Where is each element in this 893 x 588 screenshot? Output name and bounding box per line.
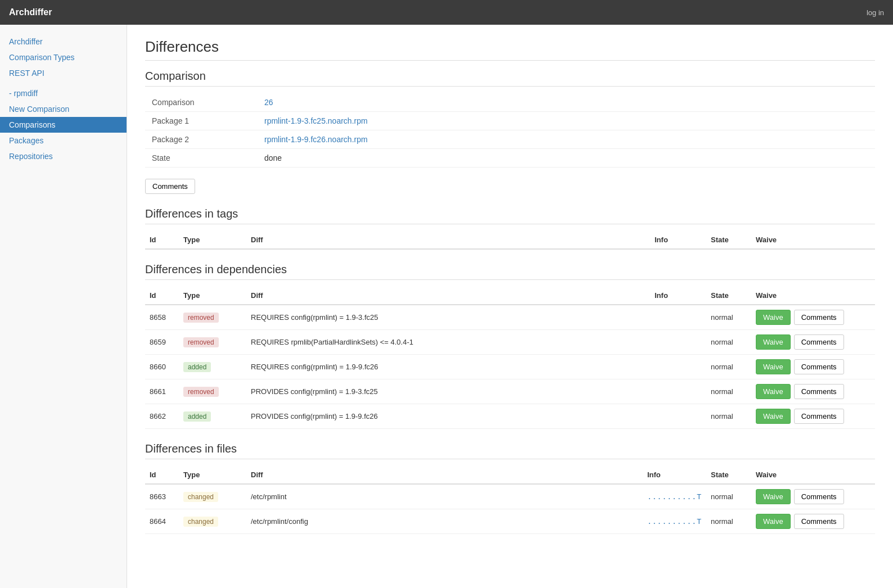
- row-waive: WaiveComments: [751, 484, 875, 509]
- row-waive: WaiveComments: [751, 355, 875, 379]
- table-row: 8663changed/etc/rpmlint..........Tnormal…: [145, 484, 875, 509]
- comparison-info-value: 26: [258, 93, 875, 112]
- table-row: 8662addedPROVIDES config(rpmlint) = 1.9-…: [145, 404, 875, 429]
- row-diff: PROVIDES config(rpmlint) = 1.9-3.fc25: [246, 379, 650, 404]
- row-info: [650, 379, 706, 404]
- tags-col-diff: Diff: [246, 231, 650, 249]
- sidebar-item-packages[interactable]: Packages: [0, 133, 127, 148]
- info-link[interactable]: ..........T: [647, 517, 702, 526]
- row-state: normal: [706, 305, 751, 330]
- tags-col-info: Info: [650, 231, 706, 249]
- row-info: [650, 355, 706, 379]
- comparison-info-row: Package 2rpmlint-1.9-9.fc26.noarch.rpm: [145, 130, 875, 149]
- row-type: changed: [179, 484, 246, 509]
- app-title: Archdiffer: [9, 7, 52, 17]
- files-col-diff: Diff: [246, 466, 643, 484]
- comments-button[interactable]: Comments: [794, 514, 844, 529]
- waive-button[interactable]: Waive: [756, 514, 791, 529]
- comments-button[interactable]: Comments: [794, 310, 844, 325]
- row-info: ..........T: [643, 509, 706, 534]
- table-row: 8658removedREQUIRES config(rpmlint) = 1.…: [145, 305, 875, 330]
- page-title: Differences: [145, 38, 875, 61]
- tags-col-type: Type: [179, 231, 246, 249]
- comparison-info-label: Comparison: [145, 93, 258, 112]
- row-id: 8660: [145, 355, 179, 379]
- type-badge: added: [183, 411, 211, 422]
- sidebar-section-rpmdiff: - rpmdiff: [0, 85, 127, 101]
- waive-button[interactable]: Waive: [756, 334, 791, 350]
- tags-col-id: Id: [145, 231, 179, 249]
- row-type: changed: [179, 509, 246, 534]
- row-diff: PROVIDES config(rpmlint) = 1.9-9.fc26: [246, 404, 650, 429]
- deps-section-title: Differences in dependencies: [145, 263, 875, 280]
- info-link[interactable]: ..........T: [647, 492, 702, 501]
- files-section-title: Differences in files: [145, 442, 875, 459]
- table-row: 8664changed/etc/rpmlint/config..........…: [145, 509, 875, 534]
- deps-col-type: Type: [179, 287, 246, 305]
- row-state: normal: [706, 355, 751, 379]
- table-row: 8659removedREQUIRES rpmlib(PartialHardli…: [145, 330, 875, 355]
- table-row: 8661removedPROVIDES config(rpmlint) = 1.…: [145, 379, 875, 404]
- row-diff: /etc/rpmlint: [246, 484, 643, 509]
- row-info: [650, 305, 706, 330]
- comments-button[interactable]: Comments: [794, 384, 844, 399]
- row-type: added: [179, 404, 246, 429]
- waive-button[interactable]: Waive: [756, 359, 791, 374]
- waive-button[interactable]: Waive: [756, 489, 791, 504]
- row-state: normal: [706, 379, 751, 404]
- type-badge: changed: [183, 492, 218, 502]
- comparison-info-row: Statedone: [145, 149, 875, 168]
- row-diff: REQUIRES config(rpmlint) = 1.9-3.fc25: [246, 305, 650, 330]
- comments-button[interactable]: Comments: [794, 489, 844, 504]
- row-waive: WaiveComments: [751, 404, 875, 429]
- row-id: 8663: [145, 484, 179, 509]
- row-diff: REQUIRES rpmlib(PartialHardlinkSets) <= …: [246, 330, 650, 355]
- row-state: normal: [706, 509, 751, 534]
- comparison-info-table: Comparison26Package 1rpmlint-1.9-3.fc25.…: [145, 93, 875, 168]
- row-id: 8658: [145, 305, 179, 330]
- waive-button[interactable]: Waive: [756, 310, 791, 325]
- row-waive: WaiveComments: [751, 509, 875, 534]
- files-col-waive: Waive: [751, 466, 875, 484]
- deps-col-info: Info: [650, 287, 706, 305]
- row-type: removed: [179, 379, 246, 404]
- comparison-info-label: State: [145, 149, 258, 168]
- deps-col-id: Id: [145, 287, 179, 305]
- comments-button[interactable]: Comments: [794, 334, 844, 350]
- tags-table: Id Type Diff Info State Waive: [145, 231, 875, 250]
- tags-col-waive: Waive: [751, 231, 875, 249]
- comments-button[interactable]: Comments: [794, 359, 844, 374]
- sidebar-item-new-comparison[interactable]: New Comparison: [0, 101, 127, 117]
- main-content: Differences Comparison Comparison26Packa…: [127, 25, 893, 588]
- dependencies-table: Id Type Diff Info State Waive 8658remove…: [145, 287, 875, 429]
- comparison-section-title: Comparison: [145, 70, 875, 87]
- row-diff: REQUIRES config(rpmlint) = 1.9-9.fc26: [246, 355, 650, 379]
- waive-button[interactable]: Waive: [756, 409, 791, 424]
- comments-button[interactable]: Comments: [794, 409, 844, 424]
- deps-col-diff: Diff: [246, 287, 650, 305]
- type-badge: removed: [183, 337, 219, 347]
- row-state: normal: [706, 484, 751, 509]
- login-link[interactable]: log in: [867, 8, 884, 17]
- row-state: normal: [706, 330, 751, 355]
- row-id: 8662: [145, 404, 179, 429]
- comments-button[interactable]: Comments: [145, 179, 195, 194]
- row-type: added: [179, 355, 246, 379]
- comparison-info-label: Package 2: [145, 130, 258, 149]
- sidebar-item-rest-api[interactable]: REST API: [0, 65, 127, 81]
- topnav: Archdiffer log in: [0, 0, 893, 25]
- deps-col-state: State: [706, 287, 751, 305]
- comparison-info-value: rpmlint-1.9-3.fc25.noarch.rpm: [258, 112, 875, 130]
- tags-section-title: Differences in tags: [145, 207, 875, 224]
- row-info: [650, 404, 706, 429]
- sidebar-item-comparison-types[interactable]: Comparison Types: [0, 49, 127, 65]
- sidebar-item-comparisons[interactable]: Comparisons: [0, 117, 127, 133]
- waive-button[interactable]: Waive: [756, 384, 791, 399]
- row-waive: WaiveComments: [751, 330, 875, 355]
- sidebar-item-repositories[interactable]: Repositories: [0, 148, 127, 164]
- files-col-state: State: [706, 466, 751, 484]
- row-type: removed: [179, 305, 246, 330]
- sidebar-item-archdiffer[interactable]: Archdiffer: [0, 34, 127, 49]
- comparison-info-row: Package 1rpmlint-1.9-3.fc25.noarch.rpm: [145, 112, 875, 130]
- type-badge: removed: [183, 313, 219, 323]
